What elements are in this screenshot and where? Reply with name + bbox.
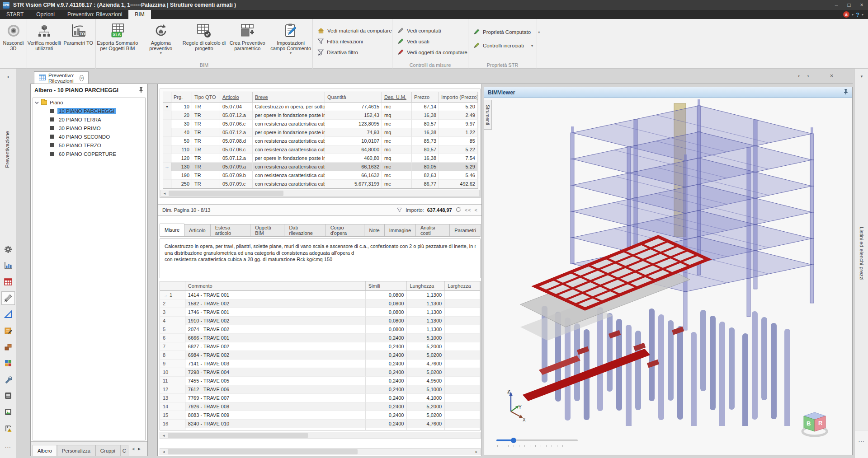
table-row[interactable]: 30TR05.07.06.ccon resistenza caratterist… (163, 120, 478, 128)
help-caret-icon[interactable]: ▾ (862, 13, 863, 17)
table-row[interactable]: 40TR05.07.12.aper opere in fondazione po… (163, 128, 478, 137)
strumenti-tab[interactable]: Strumenti (484, 100, 492, 130)
measure-row[interactable]: 127612 - TRAVE 0060,24005,1000 (160, 385, 480, 394)
bottom-tab-gruppi[interactable]: Gruppi (95, 445, 120, 456)
more-tools-icon[interactable]: ··· (0, 444, 16, 450)
menu-tab-start[interactable]: START (0, 10, 30, 19)
ribbon-toggle-propriet-computato[interactable]: Proprietà Computato▾ (473, 25, 533, 39)
section-slider[interactable] (496, 436, 578, 447)
bottom-tab-c[interactable]: C (120, 445, 128, 456)
measure-row[interactable]: 107298 - TRAVE 0040,24005,0200 (160, 368, 480, 377)
column-header[interactable]: Prezzo (412, 92, 439, 103)
tab-estesa-articolo[interactable]: Estesa articolo (210, 224, 250, 236)
scrollbar-thumb[interactable] (168, 433, 308, 438)
account-caret-icon[interactable]: ▾ (852, 13, 854, 17)
measure-row[interactable]: 41910 - TRAVE 0020,08001,1300 (160, 317, 480, 325)
measure-row[interactable]: 76827 - TRAVE 0020,24005,2000 (160, 342, 480, 351)
tree-item[interactable]: 50 PIANO TERZO (33, 141, 145, 150)
menu-tab-preventivo-rilevazioni[interactable]: Preventivo: Rilevazioni (61, 10, 128, 19)
sync-icon[interactable] (455, 206, 462, 214)
tab-preventivo-rilevazioni[interactable]: Preventivo: Rilevazioni × (34, 71, 89, 84)
ribbon-button-aggiorna-preventivo[interactable]: Aggiorna preventivo▾ (139, 23, 183, 55)
column-header[interactable]: Simili (366, 281, 407, 291)
list-icon[interactable] (1, 389, 15, 402)
tab-scroll-prev-icon[interactable]: ◂ (132, 446, 135, 452)
measure-row[interactable]: 52074 - TRAVE 0020,08001,1300 (160, 325, 480, 334)
color-grid-icon[interactable] (1, 356, 15, 370)
pager-first-icon[interactable]: << (465, 207, 472, 213)
scrollbar-thumb[interactable] (169, 191, 283, 196)
tree-item[interactable]: 60 PIANO COPERTURE (33, 150, 145, 158)
table-row[interactable]: ▾10TR05.07.04Calcestruzzo in opera, per … (163, 103, 478, 111)
tab-misure[interactable]: Misure (160, 224, 184, 236)
close-button[interactable]: × (855, 0, 868, 10)
column-header[interactable]: Importo (Prezzo) (439, 92, 478, 103)
menu-tab-bim[interactable]: BIM (128, 10, 151, 19)
ribbon-toggle-vedi-computati[interactable]: Vedi computati (397, 25, 464, 36)
column-header[interactable]: Articolo (220, 92, 253, 103)
filter-icon[interactable] (396, 207, 402, 214)
measure-row[interactable]: 97141 - TRAVE 0030,24004,7600 (160, 360, 480, 368)
slider-track[interactable] (496, 439, 578, 441)
gear-icon[interactable] (1, 243, 15, 256)
bottom-tab-albero[interactable]: Albero (33, 445, 57, 456)
ribbon-button-impostazioni-campo-commento[interactable]: Impostazioni campo Commento▾ (269, 23, 312, 55)
column-header[interactable]: Quantità (325, 92, 382, 103)
maximize-button[interactable]: □ (843, 0, 855, 10)
pin-icon[interactable] (138, 87, 144, 94)
measure-hscrollbar[interactable]: ◂ (160, 432, 481, 439)
slider-thumb[interactable] (511, 438, 516, 443)
nav-close-icon[interactable]: × (816, 72, 834, 79)
crane-warning-icon[interactable] (1, 421, 15, 435)
pager-prev-icon[interactable]: < (475, 207, 478, 213)
ribbon-toggle-vedi-oggetti-da-computare[interactable]: Vedi oggetti da computare (397, 47, 464, 58)
table-row[interactable]: 110TR05.07.06.ccon resistenza caratteris… (163, 145, 478, 154)
table-row[interactable]: 250TR05.07.09.ccon resistenza caratteris… (163, 180, 478, 188)
tree-root-piano[interactable]: Piano (33, 98, 145, 107)
measure-row[interactable]: 147926 - TRAVE 0080,24005,2000 (160, 402, 480, 411)
chevron-down-icon[interactable]: ▾ (855, 74, 868, 79)
tab-close-icon[interactable]: × (80, 75, 84, 81)
ribbon-button-verifica-modelli-utilizzati[interactable]: Verifica modelli utilizzati (27, 23, 61, 51)
ribbon-button-esporta-sommario-per-oggetti-bim[interactable]: XLSEsporta Sommario per Oggetti BIM (96, 23, 139, 55)
account-badge-icon[interactable]: a (843, 11, 849, 18)
column-header[interactable]: Des. U.M. (382, 92, 412, 103)
tab-articolo[interactable]: Articolo (184, 224, 211, 236)
nav-next-icon[interactable]: › (807, 72, 809, 79)
wrench-icon[interactable] (1, 373, 15, 386)
more-options-icon[interactable]: ··· (855, 439, 868, 444)
image-book-icon[interactable] (1, 405, 15, 419)
table-row[interactable]: 50TR05.07.08.dcon resistenza caratterist… (163, 137, 478, 145)
measure-row[interactable]: 21582 - TRAVE 0020,08001,1300 (160, 299, 480, 308)
ribbon-button-parametri-to[interactable]: TOParametri TO (61, 23, 96, 51)
chevron-down-icon[interactable] (35, 100, 41, 105)
tree-item[interactable]: 20 PIANO TERRA (33, 115, 145, 124)
ribbon-button-nascondi-d[interactable]: Nascondi 3D (0, 23, 27, 51)
tab-note[interactable]: Note (364, 224, 384, 236)
table-row[interactable]: 120TR05.07.12.aper opere in fondazione p… (163, 154, 478, 163)
column-header[interactable]: Commento (185, 281, 366, 291)
price-table-icon[interactable] (1, 275, 15, 289)
ribbon-toggle-controlli-incrociati[interactable]: Controlli incrociati▾ (473, 39, 533, 52)
column-header[interactable]: Larghezza (445, 281, 480, 291)
ribbon-toggle-vedi-usati[interactable]: Vedi usati (397, 36, 464, 47)
scroll-left-icon[interactable]: ◂ (161, 191, 168, 196)
bottom-tab-personalizza[interactable]: Personalizza (57, 445, 95, 456)
measure-row[interactable]: 168240 - TRAVE 0100,24004,7600 (160, 420, 480, 428)
tab-corpo-d-opera[interactable]: Corpo d'opera (326, 224, 365, 236)
survey-ruler-icon[interactable] (1, 291, 15, 305)
set-square-icon[interactable] (1, 308, 15, 321)
tree-item[interactable]: 10 PIANO PARCHEGGI (33, 107, 145, 115)
table-row[interactable]: 190TR05.07.09.bcon resistenza caratteris… (163, 171, 478, 180)
measure-row[interactable]: 178397 - TRAVE 0110,24005,0200 (160, 428, 480, 430)
ribbon-button-crea-preventivo-parametrico[interactable]: Crea Preventivo parametrico (226, 23, 269, 55)
measure-row[interactable]: 31746 - TRAVE 0010,08001,1300 (160, 308, 480, 317)
pin-icon[interactable] (843, 89, 849, 96)
tab-scroll-next-icon[interactable]: ▸ (138, 446, 141, 452)
help-icon[interactable]: ? (856, 11, 859, 18)
ribbon-toggle-filtra-rilevazioni[interactable]: >Filtra rilevazioni (317, 36, 388, 47)
column-header[interactable]: Breve (253, 92, 325, 103)
ribbon-button-regole-di-calcolo-di-progetto[interactable]: Regole di calcolo di progetto (183, 23, 226, 55)
listini-tab[interactable]: Listini ed elenchi prezzi (859, 227, 864, 280)
tab-dati-rilevazione[interactable]: Dati rilevazione (284, 224, 326, 236)
